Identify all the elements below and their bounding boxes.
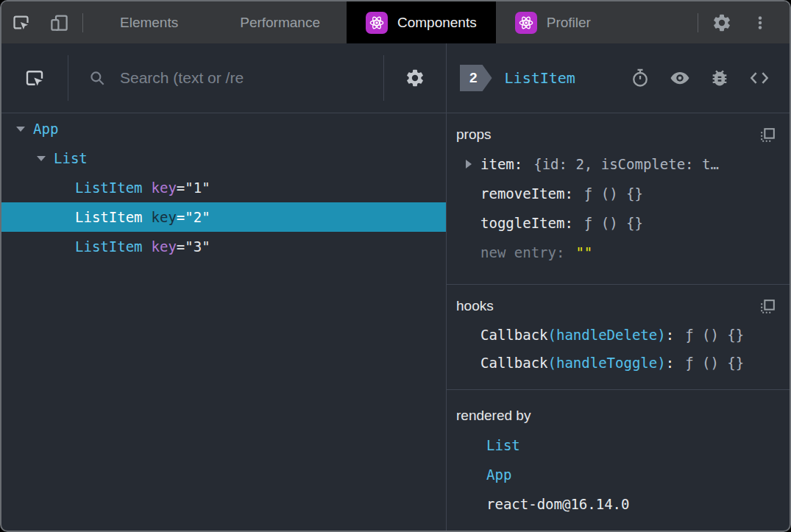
log-to-console-bug-button[interactable] — [709, 68, 730, 88]
search-icon — [88, 68, 107, 88]
devtools-more-menu-button[interactable] — [741, 1, 779, 43]
chevron-down-icon[interactable] — [37, 156, 46, 161]
component-name: ListItem — [75, 180, 143, 196]
toggle-device-toolbar-button[interactable] — [40, 1, 78, 43]
component-name: List — [54, 150, 88, 166]
component-tree: App List ListItemkey="1" ListItemkey="2"… — [1, 113, 446, 261]
hook-colon: : — [666, 355, 674, 371]
key-attribute: key — [152, 209, 177, 225]
rendered-by-section: rendered by List App react-dom@16.14.0 — [447, 390, 790, 531]
devtools-window: Elements Performance Components Profiler — [0, 0, 791, 532]
suspend-timer-button[interactable] — [630, 68, 650, 88]
hook-type: Callback — [480, 355, 548, 371]
inspect-cursor-icon — [24, 67, 46, 89]
gear-icon — [405, 68, 425, 88]
new-entry-value-input[interactable]: "" — [575, 244, 592, 260]
component-tree-panel: App List ListItemkey="1" ListItemkey="2"… — [1, 43, 447, 531]
toolbar-divider — [698, 13, 698, 32]
search-input[interactable] — [120, 69, 376, 87]
details-header: 2 ListItem — [447, 43, 790, 113]
search-box — [68, 68, 383, 88]
key-value: ="1" — [177, 180, 210, 196]
inspect-dom-element-button[interactable] — [669, 67, 691, 89]
tab-elements-label: Elements — [120, 15, 178, 31]
prop-row-new-entry: new entry: "" — [456, 238, 775, 267]
props-section: props item: {id: 2, isComplete: t… remov… — [447, 113, 790, 285]
tab-components[interactable]: Components — [347, 1, 496, 43]
rendered-by-row: react-dom@16.14.0 — [456, 489, 775, 519]
tab-performance-label: Performance — [240, 15, 320, 31]
tab-profiler[interactable]: Profiler — [496, 1, 610, 43]
owner-link-list[interactable]: List — [486, 437, 520, 453]
hook-row-handletoggle: Callback(handleToggle): ƒ () {} — [456, 349, 775, 377]
owner-link-app[interactable]: App — [486, 467, 511, 483]
tab-profiler-label: Profiler — [547, 15, 591, 31]
select-element-to-inspect-button[interactable] — [1, 67, 68, 89]
hook-name: (handleToggle) — [548, 355, 666, 371]
device-toolbar-icon — [49, 13, 69, 32]
hook-type: Callback — [480, 327, 548, 343]
component-name: ListItem — [75, 238, 143, 255]
gear-icon — [712, 13, 732, 33]
hook-row-handledelete: Callback(handleDelete): ƒ () {} — [456, 321, 775, 349]
devtools-settings-button[interactable] — [703, 1, 741, 43]
tree-toolbar — [1, 43, 446, 113]
prop-row-removeitem: removeItem: ƒ () {} — [456, 179, 775, 208]
key-value: ="2" — [177, 209, 210, 225]
components-panel: App List ListItemkey="1" ListItemkey="2"… — [1, 43, 790, 531]
prop-value: {id: 2, isComplete: t… — [533, 156, 719, 172]
hook-name: (handleDelete) — [548, 327, 666, 343]
hook-value: ƒ () {} — [685, 355, 744, 371]
rendered-by-row: App — [456, 460, 775, 489]
tree-row-listitem-3[interactable]: ListItemkey="3" — [1, 232, 446, 261]
prop-row-item: item: {id: 2, isComplete: t… — [456, 149, 775, 179]
hook-colon: : — [666, 327, 674, 343]
view-source-code-button[interactable] — [748, 67, 770, 89]
key-value: ="3" — [177, 238, 210, 255]
inspect-element-button[interactable] — [1, 1, 40, 43]
prop-key: toggleItem: — [480, 215, 573, 231]
toolbar-divider — [82, 13, 83, 32]
tree-row-listitem-2-selected[interactable]: ListItemkey="2" — [1, 202, 446, 232]
tree-row-app[interactable]: App — [1, 114, 446, 143]
hooks-section: hooks Callback(handleDelete): ƒ () {} Ca… — [447, 285, 790, 390]
key-attribute: key — [152, 238, 177, 255]
tab-components-label: Components — [397, 15, 477, 31]
chevron-right-icon[interactable] — [466, 160, 472, 169]
component-name: App — [33, 121, 58, 137]
rendered-by-heading: rendered by — [456, 408, 531, 424]
tree-row-list[interactable]: List — [1, 143, 446, 173]
component-details-panel: 2 ListItem — [447, 43, 790, 531]
copy-props-button[interactable] — [761, 128, 775, 142]
react-logo-icon — [515, 12, 537, 34]
inspect-cursor-icon — [11, 13, 31, 32]
prop-value: ƒ () {} — [584, 215, 643, 231]
copy-hooks-button[interactable] — [761, 299, 775, 313]
tab-performance[interactable]: Performance — [218, 1, 342, 43]
badge-count: 2 — [469, 70, 478, 86]
prop-row-toggleitem: toggleItem: ƒ () {} — [456, 208, 775, 238]
renderer-version: react-dom@16.14.0 — [486, 496, 629, 512]
tree-row-listitem-1[interactable]: ListItemkey="1" — [1, 173, 446, 202]
props-heading: props — [456, 127, 492, 143]
new-entry-key-input[interactable]: new entry: — [480, 244, 564, 260]
chevron-down-icon[interactable] — [16, 127, 25, 132]
view-settings-button[interactable] — [384, 68, 446, 88]
kebab-menu-icon — [751, 14, 769, 32]
prop-value: ƒ () {} — [584, 185, 643, 202]
hook-value: ƒ () {} — [685, 327, 744, 343]
prop-key: removeItem: — [480, 185, 573, 202]
react-logo-icon — [366, 12, 388, 34]
hooks-heading: hooks — [456, 298, 494, 314]
selected-component-name: ListItem — [505, 69, 575, 87]
key-attribute: key — [152, 180, 177, 196]
tab-elements[interactable]: Elements — [98, 1, 200, 43]
prop-key: item: — [480, 156, 522, 172]
rendered-by-row: List — [456, 430, 775, 460]
owners-stack-badge: 2 — [460, 65, 492, 91]
component-name: ListItem — [75, 209, 143, 225]
devtools-tab-bar: Elements Performance Components Profiler — [1, 1, 790, 43]
